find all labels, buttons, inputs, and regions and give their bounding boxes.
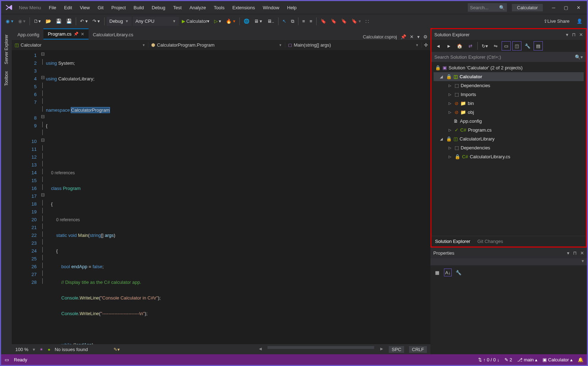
close-panel-icon[interactable]: ✕ [579, 32, 583, 37]
account-icon[interactable]: 👤 [575, 17, 584, 26]
node-dependencies2[interactable]: ▷⬚Dependencies [434, 143, 584, 152]
pin-icon[interactable]: ⊓ [573, 250, 577, 256]
pen-icon[interactable]: ✎▾ [113, 347, 120, 352]
start-debug-button[interactable]: ▶Calculator ▾ [180, 17, 212, 26]
home-icon[interactable]: 🏠 [455, 41, 464, 51]
maximize-icon[interactable]: ▢ [564, 5, 568, 10]
launch-target[interactable]: ▣ Calculator ▴ [542, 357, 573, 362]
bookmark3-icon[interactable]: 🔖 [339, 17, 349, 26]
pin-icon[interactable]: 📌 [74, 32, 79, 36]
nav-back-button[interactable]: ◉ ▾ [4, 17, 15, 26]
menu-tools[interactable]: Tools [211, 4, 227, 11]
project-calculator[interactable]: ◢🔒◫Calculator [434, 72, 584, 81]
pin-icon[interactable]: 📌 [401, 34, 406, 39]
se-search[interactable]: Search Solution Explorer (Ctrl+;) 🔍▾ [431, 52, 586, 62]
properties-icon[interactable]: 🔧 [523, 41, 532, 51]
switch-views-icon[interactable]: ⇄ [466, 41, 475, 51]
issues-label[interactable]: No issues found [55, 347, 88, 352]
tab-overflow-icon[interactable]: ▾ [417, 34, 420, 39]
bookmark2-icon[interactable]: 🔖 [329, 17, 338, 26]
node-obj[interactable]: ▷⊘📁obj [434, 108, 584, 117]
save-all-button[interactable]: 💾 [64, 17, 74, 26]
tab-calclib[interactable]: CalculatorLibrary.cs [89, 30, 138, 39]
collapse-icon[interactable]: ▭ [502, 41, 511, 51]
dropdown-icon[interactable]: ▾ [567, 250, 570, 256]
nav-class[interactable]: ⬢CalculatorProgram.Program▼ [148, 42, 285, 48]
intellicode-icon[interactable]: ✴ [39, 347, 43, 352]
menu-edit[interactable]: Edit [61, 4, 75, 11]
bookmark4-icon[interactable]: 🔖 ▾ [350, 17, 363, 26]
menu-extensions[interactable]: Extensions [229, 4, 258, 11]
git-branch[interactable]: ⎇ main ▴ [517, 357, 537, 362]
menu-test[interactable]: Test [170, 4, 185, 11]
solution-node[interactable]: 🔒▣Solution 'Calculator' (2 of 2 projects… [434, 63, 584, 72]
tab-git-changes[interactable]: Git Changes [474, 237, 507, 245]
menu-file[interactable]: File [46, 4, 59, 11]
close-panel-icon[interactable]: ✕ [580, 250, 584, 256]
fwd-icon[interactable]: ► [444, 41, 454, 51]
node-calclibcs[interactable]: ▷🔒C#CalculatorLibrary.cs [434, 152, 584, 161]
titlebar-search[interactable]: Search... 🔍 [468, 3, 507, 12]
minimize-icon[interactable]: ─ [552, 5, 555, 10]
node-programcs[interactable]: ▷✓C#Program.cs [434, 126, 584, 134]
git-sync[interactable]: ⇅ ↑ 0 / 0 ↓ [478, 357, 499, 362]
nav-method[interactable]: ◻Main(string[] args)▼ [285, 42, 422, 48]
redo-button[interactable]: ↷ ▾ [91, 17, 102, 26]
code-editor[interactable]: 1234💡56789101112131415161718192021222324… [12, 50, 430, 344]
node-dependencies[interactable]: ▷⬚Dependencies [434, 81, 584, 90]
open-button[interactable]: 📂 [44, 17, 53, 26]
outdent-icon[interactable]: ≡ [301, 17, 307, 26]
dropdown-icon[interactable]: ▾ [566, 32, 568, 37]
gear-icon[interactable]: ⚙ [423, 34, 428, 39]
tab-csproj[interactable]: Calculator.csproj [363, 34, 397, 39]
preview-icon[interactable]: ▤ [534, 41, 543, 51]
back-icon[interactable]: ◄ [434, 41, 443, 51]
nav-fwd-button[interactable]: ◉ ▾ [16, 17, 28, 26]
close-tab-icon[interactable]: ✕ [81, 32, 84, 37]
indent-icon[interactable]: ≡ [308, 17, 314, 26]
hot-reload-button[interactable]: 🔥 ▾ [224, 17, 237, 26]
nav-project[interactable]: ◫Calculator▼ [12, 42, 148, 48]
pin-icon[interactable]: ⊓ [572, 32, 576, 37]
server-explorer-tab[interactable]: Server Explorer [3, 32, 10, 67]
node-bin[interactable]: ▷⊘📁bin [434, 99, 584, 108]
spc-indicator[interactable]: SPC [389, 346, 404, 353]
node-appconfig[interactable]: 🗎App.config [434, 117, 584, 126]
close-tab-icon[interactable]: ✕ [410, 34, 414, 39]
code-content[interactable]: using System; using CalculatorLibrary; n… [46, 50, 430, 344]
menu-git[interactable]: Git [95, 4, 106, 11]
bookmark-icon[interactable]: 🔖 [319, 17, 328, 26]
menu-view[interactable]: View [77, 4, 93, 11]
menu-project[interactable]: Project [108, 4, 128, 11]
project-calclib[interactable]: ◢🔒◫CalculatorLibrary [434, 134, 584, 143]
tab-solution-explorer[interactable]: Solution Explorer [431, 237, 474, 245]
comment-icon[interactable]: ⧉ [289, 17, 296, 26]
output-icon[interactable]: ▭ [5, 357, 9, 362]
split-icon[interactable]: ✢ [422, 42, 430, 48]
publish-icon[interactable]: 🖥 ▾ [252, 17, 264, 26]
close-icon[interactable]: ✕ [577, 5, 581, 10]
menu-debug[interactable]: Debug [149, 4, 168, 11]
menu-analyze[interactable]: Analyze [187, 4, 209, 11]
wrench-icon[interactable]: 🔧 [455, 269, 462, 276]
refresh-icon[interactable]: ↻▾ [480, 41, 489, 51]
menu-help[interactable]: Help [284, 4, 300, 11]
sync-icon[interactable]: ⇋ [491, 41, 500, 51]
menu-build[interactable]: Build [131, 4, 147, 11]
undo-button[interactable]: ↶ ▾ [78, 17, 90, 26]
platform-dropdown[interactable]: Any CPU▼ [133, 17, 179, 26]
menu-new[interactable]: New Menu [16, 4, 44, 11]
categorize-icon[interactable]: ▦ [433, 269, 441, 276]
save-button[interactable]: 💾 [54, 17, 63, 26]
toolbox-tab[interactable]: Toolbox [3, 68, 10, 89]
cursor-icon[interactable]: ↖ [281, 17, 288, 26]
overflow-icon[interactable]: ⸬ [364, 17, 371, 26]
git-edits[interactable]: ✎ 2 [504, 357, 512, 362]
zoom-level[interactable]: 100 % [15, 347, 28, 352]
start-nodebug-button[interactable]: ▷ ▾ [212, 17, 223, 26]
liveshare-button[interactable]: ⇪ Live Share [542, 17, 571, 26]
config-dropdown[interactable]: Debug▼ [107, 17, 132, 26]
tab-appconfig[interactable]: App.config [13, 30, 43, 39]
menu-window[interactable]: Window [260, 4, 282, 11]
bell-icon[interactable]: 🔔 [578, 357, 583, 362]
